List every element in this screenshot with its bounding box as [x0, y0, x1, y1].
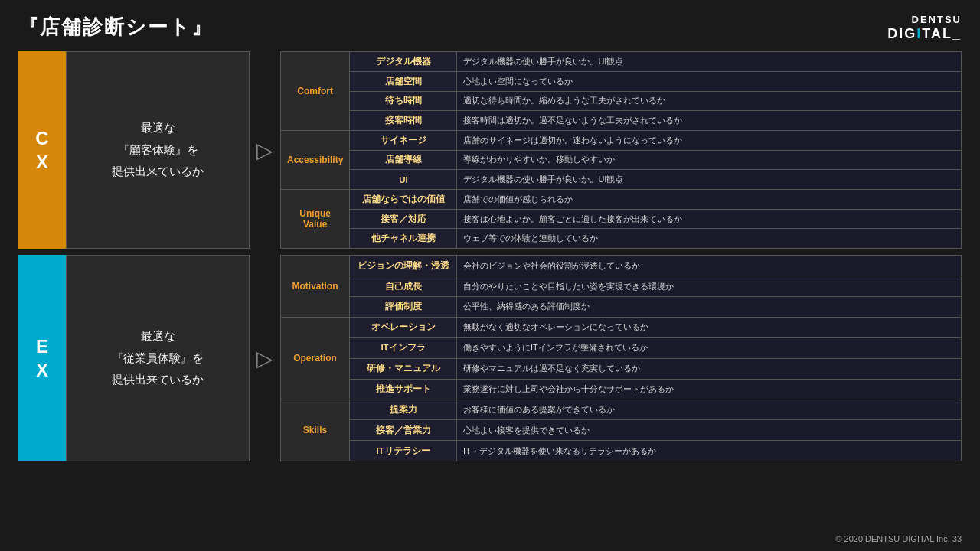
table-row: Operation オペレーション 無駄がなく適切なオペレーションになっているか: [281, 317, 962, 337]
desc-cell: 心地よい空間になっているか: [457, 71, 962, 91]
table-row: UI デジタル機器の使い勝手が良いか。UI観点: [281, 170, 962, 190]
item-cell: サイネージ: [350, 130, 457, 150]
table-row: 接客時間 接客時間は適切か。過不足ないような工夫がされているか: [281, 111, 962, 131]
ex-table-section: Motivation ビジョンの理解・浸透 会社のビジョンや社会的役割が浸透して…: [280, 255, 962, 461]
motivation-category: Motivation: [281, 256, 350, 318]
footer: © 2020 DENTSU DIGITAL Inc. 33: [835, 534, 962, 543]
table-row: 接客／対応 接客は心地よいか。顧客ごとに適した接客が出来ているか: [281, 209, 962, 229]
table-row: 他チャネル連携 ウェブ等での体験と連動しているか: [281, 229, 962, 249]
ex-arrow-icon: ▷: [256, 346, 273, 371]
table-row: 待ち時間 適切な待ち時間か。縮めるような工夫がされているか: [281, 91, 962, 111]
main-content: CX 最適な『顧客体験』を提供出来ているか ▷ Comfort デジタル機器 デ…: [18, 51, 962, 461]
cx-section-row: CX 最適な『顧客体験』を提供出来ているか ▷ Comfort デジタル機器 デ…: [18, 51, 962, 249]
item-cell: 待ち時間: [350, 91, 457, 111]
operation-category: Operation: [281, 317, 350, 399]
item-cell: UI: [350, 170, 457, 190]
desc-cell: 自分のやりたいことや目指したい姿を実現できる環境か: [457, 276, 962, 297]
logo-dentsu: DENTSU: [887, 14, 962, 26]
desc-cell: 公平性、納得感のある評価制度か: [457, 296, 962, 317]
item-cell: 研修・マニュアル: [350, 358, 457, 379]
table-row: Comfort デジタル機器 デジタル機器の使い勝手が良いか。UI観点: [281, 52, 962, 72]
item-cell: 評価制度: [350, 296, 457, 317]
accessibility-category: Accessibility: [281, 130, 350, 189]
item-cell: 他チャネル連携: [350, 229, 457, 249]
item-cell: ビジョンの理解・浸透: [350, 256, 457, 276]
table-row: 店舗導線 導線がわかりやすいか。移動しやすいか: [281, 150, 962, 170]
page-container: 『店舗診断シート』 DENTSU DIGITAL_ CX 最適な『顧客体験』を提…: [0, 0, 980, 551]
table-row: Motivation ビジョンの理解・浸透 会社のビジョンや社会的役割が浸透して…: [281, 256, 962, 276]
page-title: 『店舗診断シート』: [18, 14, 213, 41]
table-row: 推進サポート 業務遂行に対し上司や会社から十分なサポートがあるか: [281, 379, 962, 399]
desc-cell: IT・デジタル機器を使い来なるリテラシーがあるか: [457, 441, 962, 461]
ex-table: Motivation ビジョンの理解・浸透 会社のビジョンや社会的役割が浸透して…: [280, 255, 962, 461]
cx-desc-box: 最適な『顧客体験』を提供出来ているか: [66, 51, 250, 249]
ex-arrow-container: ▷: [250, 255, 280, 461]
ex-section-row: EX 最適な『従業員体験』を提供出来ているか ▷ Motivation ビジョン…: [18, 255, 962, 461]
desc-cell: ウェブ等での体験と連動しているか: [457, 229, 962, 249]
item-cell: ITインフラ: [350, 337, 457, 358]
item-cell: 店舗ならではの価値: [350, 190, 457, 210]
desc-cell: 接客は心地よいか。顧客ごとに適した接客が出来ているか: [457, 209, 962, 229]
desc-cell: 会社のビジョンや社会的役割が浸透しているか: [457, 256, 962, 276]
cx-description: 最適な『顧客体験』を提供出来ているか: [112, 117, 204, 183]
item-cell: デジタル機器: [350, 52, 457, 72]
desc-cell: 店舗での価値が感じられるか: [457, 190, 962, 210]
desc-cell: 心地よい接客を提供できているか: [457, 420, 962, 441]
cx-table: Comfort デジタル機器 デジタル機器の使い勝手が良いか。UI観点 店舗空間…: [280, 51, 962, 249]
item-cell: 提案力: [350, 399, 457, 420]
item-cell: ITリテラシー: [350, 441, 457, 461]
footer-text: © 2020 DENTSU DIGITAL Inc. 33: [835, 534, 962, 543]
ex-description: 最適な『従業員体験』を提供出来ているか: [112, 325, 204, 391]
desc-cell: デジタル機器の使い勝手が良いか。UI観点: [457, 52, 962, 72]
desc-cell: 研修やマニュアルは過不足なく充実しているか: [457, 358, 962, 379]
item-cell: 推進サポート: [350, 379, 457, 399]
ex-desc-box: 最適な『従業員体験』を提供出来ているか: [66, 255, 250, 461]
table-row: 研修・マニュアル 研修やマニュアルは過不足なく充実しているか: [281, 358, 962, 379]
table-row: UniqueValue 店舗ならではの価値 店舗での価値が感じられるか: [281, 190, 962, 210]
cx-arrow-icon: ▷: [256, 138, 273, 163]
desc-cell: 適切な待ち時間か。縮めるような工夫がされているか: [457, 91, 962, 111]
table-row: Skills 提案力 お客様に価値のある提案ができているか: [281, 399, 962, 420]
table-row: ITリテラシー IT・デジタル機器を使い来なるリテラシーがあるか: [281, 441, 962, 461]
item-cell: 接客／対応: [350, 209, 457, 229]
cx-arrow-container: ▷: [250, 51, 280, 249]
cx-label: CX: [18, 51, 66, 249]
item-cell: 接客時間: [350, 111, 457, 131]
table-row: Accessibility サイネージ 店舗のサイネージは適切か。迷わないように…: [281, 130, 962, 150]
comfort-category: Comfort: [281, 52, 350, 131]
table-row: 店舗空間 心地よい空間になっているか: [281, 71, 962, 91]
table-row: 自己成長 自分のやりたいことや目指したい姿を実現できる環境か: [281, 276, 962, 297]
logo: DENTSU DIGITAL_: [887, 14, 962, 42]
desc-cell: 導線がわかりやすいか。移動しやすいか: [457, 150, 962, 170]
desc-cell: 無駄がなく適切なオペレーションになっているか: [457, 317, 962, 337]
item-cell: 店舗導線: [350, 150, 457, 170]
cx-table-section: Comfort デジタル機器 デジタル機器の使い勝手が良いか。UI観点 店舗空間…: [280, 51, 962, 249]
ex-label: EX: [18, 255, 66, 461]
skills-category: Skills: [281, 399, 350, 461]
desc-cell: お客様に価値のある提案ができているか: [457, 399, 962, 420]
desc-cell: 業務遂行に対し上司や会社から十分なサポートがあるか: [457, 379, 962, 399]
header: 『店舗診断シート』 DENTSU DIGITAL_: [18, 14, 962, 42]
item-cell: 店舗空間: [350, 71, 457, 91]
desc-cell: 店舗のサイネージは適切か。迷わないようになっているか: [457, 130, 962, 150]
item-cell: オペレーション: [350, 317, 457, 337]
unique-value-category: UniqueValue: [281, 190, 350, 249]
item-cell: 自己成長: [350, 276, 457, 297]
desc-cell: 働きやすいようにITインフラが整備されているか: [457, 337, 962, 358]
item-cell: 接客／営業力: [350, 420, 457, 441]
logo-digital: DIGITAL_: [887, 26, 962, 43]
desc-cell: 接客時間は適切か。過不足ないような工夫がされているか: [457, 111, 962, 131]
table-row: ITインフラ 働きやすいようにITインフラが整備されているか: [281, 337, 962, 358]
table-row: 評価制度 公平性、納得感のある評価制度か: [281, 296, 962, 317]
table-row: 接客／営業力 心地よい接客を提供できているか: [281, 420, 962, 441]
desc-cell: デジタル機器の使い勝手が良いか。UI観点: [457, 170, 962, 190]
